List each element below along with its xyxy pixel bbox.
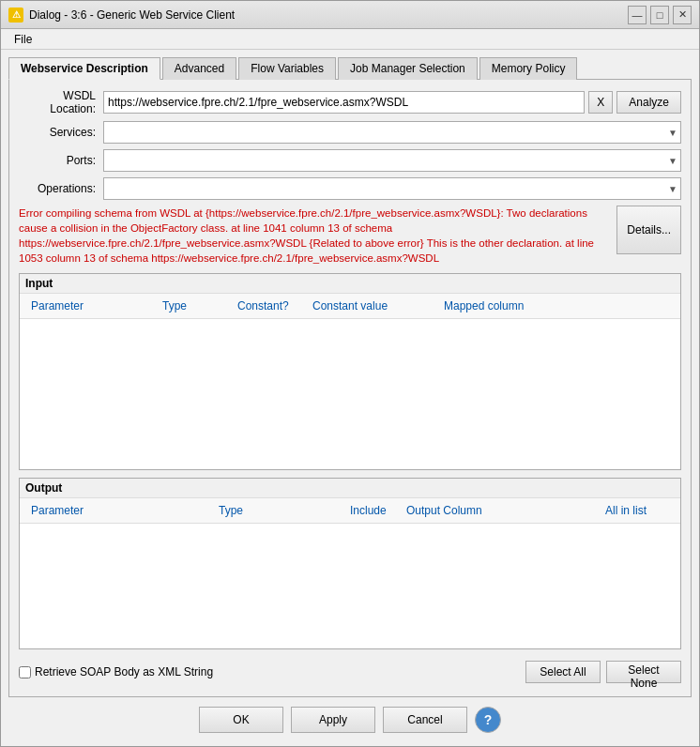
tab-content-webservice: WSDL Location: X Analyze Services: ▼ Por… [8,80,692,697]
input-table-header: Parameter Type Constant? Constant value … [20,294,680,319]
wsdl-label: WSDL Location: [19,89,103,115]
output-col-all-in-list: All in list [600,502,675,519]
error-row: Error compiling schema from WSDL at {htt… [19,206,681,266]
title-buttons: — □ ✕ [628,6,692,24]
maximize-button[interactable]: □ [650,6,669,24]
wsdl-input[interactable] [103,91,585,114]
tab-flow-variables[interactable]: Flow Variables [238,57,336,80]
services-label: Services: [19,126,103,139]
help-button[interactable]: ? [475,707,501,733]
tab-job-manager[interactable]: Job Manager Selection [338,57,478,80]
tab-advanced[interactable]: Advanced [162,57,236,80]
analyze-button[interactable]: Analyze [616,91,681,114]
input-panel-label: Input [20,274,680,294]
operations-row: Operations: ▼ [19,177,681,200]
output-table-header: Parameter Type Include Output Column All… [20,498,680,524]
apply-button[interactable]: Apply [291,707,375,733]
ports-label: Ports: [19,154,103,167]
select-none-button[interactable]: Select None [606,661,681,683]
ok-button[interactable]: OK [199,707,283,733]
input-panel: Input Parameter Type Constant? Constant … [19,273,681,470]
services-select-wrapper: ▼ [103,121,681,144]
output-col-include: Include [344,502,401,519]
error-message: Error compiling schema from WSDL at {htt… [19,206,609,266]
wsdl-row: WSDL Location: X Analyze [19,89,681,115]
menu-file[interactable]: File [8,31,38,48]
tab-webservice-description[interactable]: Webservice Description [8,57,160,80]
wsdl-clear-button[interactable]: X [588,91,613,114]
input-col-constant-value: Constant value [307,297,438,314]
soap-checkbox-label[interactable]: Retrieve SOAP Body as XML String [19,665,213,678]
output-section: Output Parameter Type Include Output Col… [19,478,681,687]
main-window: ⚠ Dialog - 3:6 - Generic Web Service Cli… [0,0,700,747]
soap-checkbox-text: Retrieve SOAP Body as XML String [35,665,213,678]
menu-bar: File [1,29,699,50]
operations-label: Operations: [19,182,103,195]
cancel-button[interactable]: Cancel [383,707,467,733]
details-button[interactable]: Details... [616,206,681,254]
title-bar: ⚠ Dialog - 3:6 - Generic Web Service Cli… [1,1,699,29]
ports-row: Ports: ▼ [19,149,681,172]
operations-select[interactable] [103,177,681,200]
services-row: Services: ▼ [19,121,681,144]
input-col-type: Type [157,297,232,314]
ports-select[interactable] [103,149,681,172]
minimize-button[interactable]: — [628,6,647,24]
wsdl-input-row: X Analyze [103,91,681,114]
ports-select-wrapper: ▼ [103,149,681,172]
content-area: Webservice Description Advanced Flow Var… [1,50,699,746]
output-panel: Output Parameter Type Include Output Col… [19,478,681,649]
tab-bar: Webservice Description Advanced Flow Var… [8,57,692,80]
bottom-controls: Retrieve SOAP Body as XML String Select … [19,657,681,687]
window-icon: ⚠ [8,8,23,23]
input-col-parameter: Parameter [25,297,157,314]
output-col-type: Type [213,502,344,519]
operations-select-wrapper: ▼ [103,177,681,200]
output-table-body [20,524,680,648]
services-select[interactable] [103,121,681,144]
input-col-constant: Constant? [232,297,307,314]
select-all-button[interactable]: Select All [525,661,601,683]
output-col-parameter: Parameter [25,502,213,519]
output-panel-label: Output [20,479,680,498]
window-title: Dialog - 3:6 - Generic Web Service Clien… [29,8,628,22]
dialog-buttons: OK Apply Cancel ? [8,697,692,739]
input-col-mapped-column: Mapped column [438,297,675,314]
close-button[interactable]: ✕ [673,6,692,24]
tab-memory-policy[interactable]: Memory Policy [479,57,578,80]
soap-checkbox[interactable] [19,666,31,678]
output-col-output-column: Output Column [401,502,600,519]
